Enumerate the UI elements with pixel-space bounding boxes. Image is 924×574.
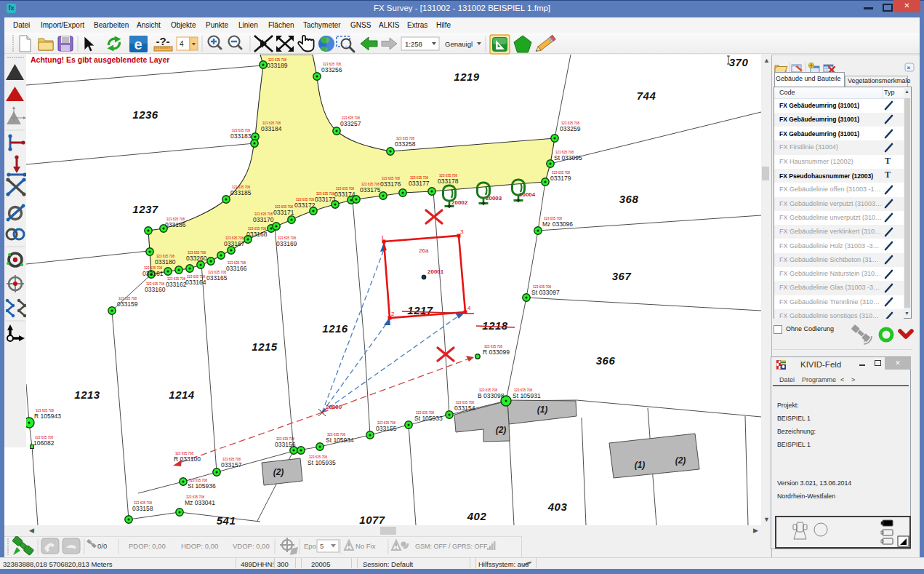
svg-text:20001: 20001 (427, 268, 444, 275)
svg-text:323 635 708: 323 635 708 (146, 282, 165, 286)
svg-text:323 635 708: 323 635 708 (342, 116, 361, 120)
svg-text:4: 4 (467, 305, 471, 311)
svg-text:033158: 033158 (132, 505, 153, 512)
svg-text:323 635 708: 323 635 708 (166, 218, 185, 221)
svg-text:033156: 033156 (275, 441, 296, 448)
svg-text:033259: 033259 (560, 125, 581, 132)
svg-text:323 635 708: 323 635 708 (316, 192, 335, 196)
svg-text:323 635 708: 323 635 708 (228, 261, 246, 265)
svg-text:033171: 033171 (273, 209, 294, 216)
svg-text:VDOP: 0,00: VDOP: 0,00 (233, 542, 270, 550)
svg-text:323 635 708: 323 635 708 (396, 137, 415, 140)
svg-text:033168: 033168 (246, 231, 268, 238)
svg-text:106082: 106082 (33, 439, 55, 447)
svg-text:Epo: Epo (304, 542, 316, 550)
svg-text:033170: 033170 (253, 216, 274, 223)
svg-text:323 635 708: 323 635 708 (225, 236, 244, 240)
svg-text:366: 366 (596, 354, 616, 367)
svg-text:3: 3 (460, 228, 464, 235)
svg-text:033178: 033178 (438, 178, 459, 185)
svg-text:033164: 033164 (185, 279, 206, 286)
svg-text:541: 541 (217, 514, 236, 525)
svg-text:St 033095: St 033095 (554, 154, 582, 162)
svg-text:(2): (2) (273, 467, 284, 477)
svg-text:1236: 1236 (132, 108, 158, 121)
svg-text:368: 368 (619, 193, 639, 205)
svg-text:033258: 033258 (395, 140, 416, 148)
svg-text:20000: 20000 (326, 404, 342, 410)
svg-text:033160: 033160 (145, 286, 166, 293)
svg-text:20002: 20002 (451, 199, 468, 206)
svg-text:323 635 708: 323 635 708 (156, 255, 175, 258)
svg-text:323 635 708: 323 635 708 (35, 436, 54, 439)
svg-text:323 635 708: 323 635 708 (327, 433, 346, 437)
svg-text:323 635 708: 323 635 708 (544, 217, 563, 220)
svg-text:323 635 708: 323 635 708 (296, 198, 315, 202)
svg-text:033172: 033172 (294, 202, 316, 209)
svg-text:323 635 708: 323 635 708 (309, 455, 328, 459)
svg-text:323 635 708: 323 635 708 (336, 187, 355, 191)
svg-text:Genauigl: Genauigl (445, 40, 473, 48)
svg-text:323 635 708: 323 635 708 (377, 421, 396, 425)
svg-text:GSM: OFF / GPRS: OFF: GSM: OFF / GPRS: OFF (415, 543, 488, 550)
svg-text:R 105943: R 105943 (34, 412, 61, 420)
svg-text:St 105935: St 105935 (308, 459, 336, 466)
svg-text:(2): (2) (496, 425, 507, 435)
svg-text:323 635 708: 323 635 708 (232, 186, 251, 189)
svg-text:5: 5 (320, 542, 324, 550)
svg-text:323 635 708: 323 635 708 (416, 411, 435, 415)
svg-text:033176: 033176 (380, 180, 401, 188)
svg-text:403: 403 (547, 501, 568, 513)
svg-text:323 635 708: 323 635 708 (410, 176, 429, 180)
svg-text:1214: 1214 (169, 388, 195, 401)
svg-text:323 635 708: 323 635 708 (514, 388, 533, 392)
svg-text:033167: 033167 (224, 240, 245, 247)
svg-text:20003: 20003 (486, 195, 502, 202)
svg-text:20004: 20004 (519, 191, 536, 198)
svg-text:323 635 708: 323 635 708 (134, 501, 153, 505)
svg-text:No Fix: No Fix (355, 542, 376, 550)
svg-text:323 635 708: 323 635 708 (382, 177, 401, 180)
svg-text:323 635 708: 323 635 708 (144, 266, 163, 270)
svg-text:323 635 708: 323 635 708 (484, 345, 503, 348)
svg-text:323 635 708: 323 635 708 (262, 121, 281, 125)
svg-text:402: 402 (467, 510, 487, 522)
svg-text:(1): (1) (537, 404, 548, 415)
svg-text:St 105934: St 105934 (326, 437, 354, 444)
svg-text:323 635 708: 323 635 708 (323, 63, 342, 66)
svg-text:-?-: -?- (156, 35, 169, 47)
svg-text:323 635 708: 323 635 708 (254, 212, 273, 216)
svg-text:323 635 708: 323 635 708 (479, 388, 498, 392)
svg-text:033166: 033166 (226, 265, 247, 272)
svg-text:033180: 033180 (155, 258, 176, 266)
svg-text:323 635 708: 323 635 708 (222, 458, 241, 461)
svg-text:033155: 033155 (376, 425, 397, 432)
svg-text:2: 2 (391, 311, 395, 317)
svg-text:1213: 1213 (74, 388, 100, 401)
svg-text:033173: 033173 (315, 196, 336, 203)
svg-text:323 635 708: 323 635 708 (189, 479, 208, 482)
svg-text:1215: 1215 (252, 340, 278, 353)
svg-text:033162: 033162 (166, 281, 187, 288)
svg-text:323 635 708: 323 635 708 (232, 129, 251, 132)
svg-text:323 635 708: 323 635 708 (268, 58, 287, 62)
svg-text:033157: 033157 (221, 461, 242, 469)
svg-text:B 033098: B 033098 (478, 392, 505, 399)
svg-text:R 033100: R 033100 (174, 455, 201, 463)
svg-text:323 635 708: 323 635 708 (118, 297, 137, 300)
svg-text:1216: 1216 (322, 322, 348, 335)
svg-text:744: 744 (637, 89, 656, 102)
svg-text:033175: 033175 (360, 186, 381, 194)
svg-text:e: e (134, 36, 142, 52)
svg-text:323 635 708: 323 635 708 (187, 275, 206, 279)
svg-text:»: » (907, 64, 911, 71)
svg-text:323 635 708: 323 635 708 (186, 495, 205, 499)
svg-text:323 635 708: 323 635 708 (555, 151, 574, 154)
svg-text:323 635 708: 323 635 708 (533, 285, 552, 289)
svg-text:1218: 1218 (482, 319, 508, 332)
svg-text:323 635 708: 323 635 708 (36, 409, 55, 412)
svg-text:033260: 033260 (186, 255, 207, 262)
svg-text:370: 370 (729, 56, 749, 68)
svg-text:323 635 708: 323 635 708 (278, 236, 297, 240)
svg-text:(1): (1) (635, 460, 646, 470)
